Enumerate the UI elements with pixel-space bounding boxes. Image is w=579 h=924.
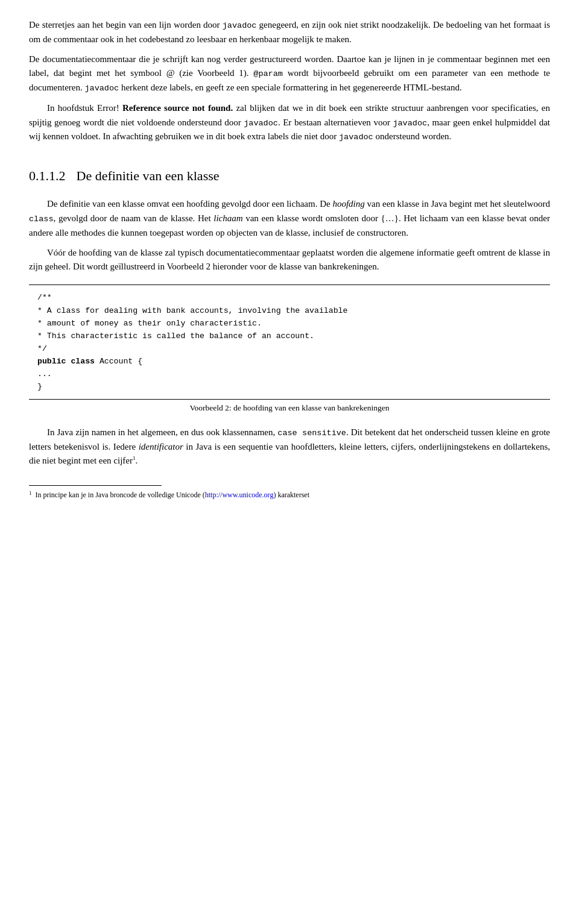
- code-line-5: */: [37, 342, 542, 355]
- footnote-rule: [29, 485, 162, 486]
- paragraph-3: In hoofdstuk Error! Reference source not…: [29, 101, 550, 144]
- paragraph-2: De documentatiecommentaar die je schrijf…: [29, 52, 550, 95]
- code-line-3: * amount of money as their only characte…: [37, 317, 542, 330]
- section-title: De definitie van een klasse: [77, 166, 220, 186]
- code-block: /** * A class for dealing with bank acco…: [29, 284, 550, 400]
- footnote-number: 1: [29, 489, 32, 498]
- paragraph-5: Vóór de hoofding van de klasse zal typis…: [29, 246, 550, 274]
- footnote-1: 1 In principe kan je in Java broncode de…: [29, 489, 550, 501]
- code-line-6: public class Account {: [37, 355, 542, 368]
- footnote-text: In principe kan je in Java broncode de v…: [36, 489, 310, 501]
- paragraph-1: De sterretjes aan het begin van een lijn…: [29, 18, 550, 46]
- section-heading: 0.1.1.2 De definitie van een klasse: [29, 166, 550, 186]
- code-line-8: }: [37, 380, 542, 393]
- footnote-link[interactable]: http://www.unicode.org: [205, 491, 274, 499]
- code-line-7: ...: [37, 368, 542, 380]
- paragraph-6: In Java zijn namen in het algemeen, en d…: [29, 426, 550, 468]
- code-caption: Voorbeeld 2: de hoofding van een klasse …: [29, 402, 550, 415]
- section-number: 0.1.1.2: [29, 166, 66, 186]
- code-line-4: * This characteristic is called the bala…: [37, 330, 542, 342]
- paragraph-4: De definitie van een klasse omvat een ho…: [29, 197, 550, 239]
- code-line-1: /**: [37, 291, 542, 304]
- code-line-2: * A class for dealing with bank accounts…: [37, 304, 542, 317]
